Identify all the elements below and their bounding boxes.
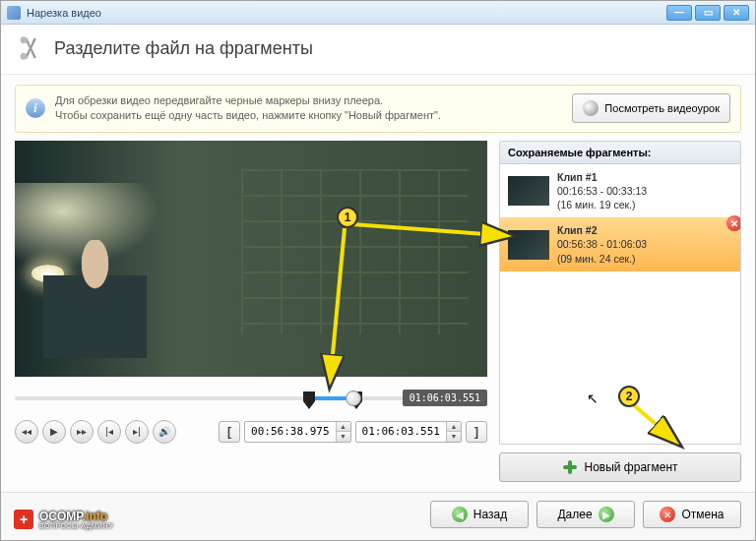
set-end-button[interactable]: ] (466, 421, 487, 443)
fragment-thumbnail (508, 176, 549, 206)
titlebar: Нарезка видео — ▭ ✕ (1, 1, 755, 25)
prev-frame-button[interactable]: ◂◂ (15, 420, 38, 444)
svg-point-1 (21, 53, 28, 60)
video-preview[interactable] (15, 141, 487, 377)
app-icon (7, 6, 21, 20)
minimize-button[interactable]: — (666, 5, 692, 21)
fragment-item[interactable]: Клип #2 00:56:38 - 01:06:03 (09 мин. 24 … (500, 217, 740, 271)
page-title: Разделите файл на фрагменты (54, 38, 313, 59)
window-title: Нарезка видео (27, 7, 663, 19)
page-header: Разделите файл на фрагменты (1, 25, 755, 75)
fragment-range: 00:16:53 - 00:33:13 (557, 184, 647, 198)
step-forward-button[interactable]: ▸| (125, 420, 149, 444)
back-button[interactable]: ◀ Назад (430, 501, 529, 528)
current-time-badge: 01:06:03.551 (403, 390, 487, 406)
start-time-input[interactable]: 00:56:38.975 ▲▼ (244, 421, 350, 443)
info-text: Для обрезки видео передвигайте черные ма… (55, 93, 562, 124)
video-tutorial-button[interactable]: Посмотреть видеоурок (572, 93, 730, 123)
fragment-name: Клип #2 (557, 223, 647, 237)
close-button[interactable]: ✕ (724, 5, 749, 21)
next-frame-button[interactable]: ▸▸ (70, 420, 94, 444)
start-time-down[interactable]: ▼ (337, 432, 350, 442)
maximize-button[interactable]: ▭ (695, 5, 721, 21)
cancel-icon: ✕ (660, 507, 675, 522)
fragments-list: Клип #1 00:16:53 - 00:33:13 (16 мин. 19 … (499, 164, 741, 445)
fragment-item[interactable]: Клип #1 00:16:53 - 00:33:13 (16 мин. 19 … (500, 164, 740, 218)
arrow-left-icon: ◀ (452, 507, 468, 522)
end-time-up[interactable]: ▲ (447, 422, 461, 432)
fragment-range: 00:56:38 - 01:06:03 (557, 237, 647, 251)
arrow-right-icon: ▶ (598, 507, 614, 522)
info-bar: i Для обрезки видео передвигайте черные … (15, 85, 741, 133)
timeline[interactable]: 01:06:03.551 (15, 387, 487, 414)
cancel-button[interactable]: ✕ Отмена (643, 501, 741, 528)
cursor-icon: ↖ (587, 391, 598, 406)
info-icon: i (26, 98, 45, 118)
delete-fragment-button[interactable]: ✕ (726, 215, 741, 231)
fragment-name: Клип #1 (557, 170, 647, 184)
play-button[interactable]: ▶ (42, 420, 66, 444)
playhead[interactable] (346, 391, 361, 406)
camera-icon (583, 100, 598, 116)
watermark: + OCOMP.info ВОПРОСЫ АДМИНУ (14, 510, 113, 529)
svg-point-0 (21, 36, 28, 43)
end-time-input[interactable]: 01:06:03.551 ▲▼ (355, 421, 462, 443)
fragment-thumbnail (508, 230, 549, 260)
start-time-up[interactable]: ▲ (337, 422, 350, 432)
volume-button[interactable]: 🔊 (153, 420, 176, 444)
fragment-duration: (09 мин. 24 сек.) (557, 252, 647, 266)
plus-icon (562, 459, 578, 475)
scissors-icon (17, 34, 44, 62)
start-marker[interactable] (303, 391, 315, 409)
step-back-button[interactable]: |◂ (97, 420, 121, 444)
new-fragment-button[interactable]: Новый фрагмент (499, 452, 741, 482)
fragment-duration: (16 мин. 19 сек.) (557, 198, 647, 211)
watermark-badge: + (14, 510, 33, 529)
set-start-button[interactable]: [ (219, 421, 240, 443)
end-time-down[interactable]: ▼ (447, 432, 461, 442)
next-button[interactable]: Далее ▶ (536, 501, 635, 528)
fragments-header: Сохраняемые фрагменты: (499, 141, 741, 164)
